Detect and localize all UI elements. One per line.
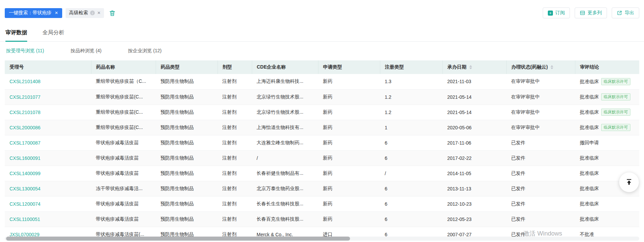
cell-application-type: 新药 bbox=[318, 150, 380, 166]
table-head: 受理号药品名称药品类型剂型CDE企业名称申请类型注册类型承办日期办理状态(药融云… bbox=[5, 60, 639, 74]
main-tabs: 审评数据全局分析 bbox=[0, 29, 644, 42]
cell-drug-type: 预防用生物制品 bbox=[156, 74, 217, 89]
cell-dosage-form: 注射剂 bbox=[217, 211, 252, 227]
column-header-application-type: 申请类型 bbox=[318, 60, 380, 74]
cell-acceptance-no: CXSL1200074 bbox=[5, 196, 91, 211]
quick-search-filter-label: 一键搜索：带状疱疹 bbox=[9, 10, 52, 16]
cell-cde-company: 上海怡道生物科技有... bbox=[252, 120, 318, 135]
acceptance-no-link[interactable]: CXSL1300054 bbox=[10, 186, 40, 191]
cell-dosage-form: 注射剂 bbox=[217, 181, 252, 196]
close-icon[interactable]: ✕ bbox=[97, 11, 101, 15]
acceptance-no-link[interactable]: CXSL2101078 bbox=[10, 110, 40, 115]
acceptance-no-link[interactable]: CXSL1400099 bbox=[10, 171, 40, 176]
subtab-by-variety[interactable]: 按品种浏览 (4) bbox=[71, 48, 102, 54]
conclusion-text: 批准临床 bbox=[580, 216, 599, 222]
caret-down-icon[interactable] bbox=[551, 68, 553, 69]
column-header-status[interactable]: 办理状态(药融云) bbox=[506, 60, 575, 74]
acceptance-no-link[interactable]: CXSL1200074 bbox=[10, 201, 40, 207]
cell-application-type: 新药 bbox=[318, 166, 380, 181]
export-button[interactable]: 导出 bbox=[612, 7, 639, 18]
back-to-top-button[interactable] bbox=[619, 172, 639, 192]
cell-cde-company: 长春百克生物科技股... bbox=[252, 211, 318, 227]
column-label: 剂型 bbox=[223, 64, 232, 70]
cell-application-type: 新药 bbox=[318, 135, 380, 150]
conclusion-text: 批准临床 bbox=[580, 201, 599, 206]
cell-drug-type: 预防用生物制品 bbox=[156, 135, 217, 150]
column-header-undertake-date[interactable]: 承办日期 bbox=[442, 60, 506, 74]
top-toolbar: 一键搜索：带状疱疹 ✕ 高级检索 ✕ 订阅 bbox=[5, 7, 639, 18]
acceptance-no-link[interactable]: CXSL1100051 bbox=[10, 217, 40, 222]
caret-up-icon[interactable] bbox=[551, 65, 553, 67]
cell-status: 已发件 bbox=[506, 150, 575, 166]
advanced-search-filter-tag: 高级检索 ✕ bbox=[66, 8, 104, 18]
quick-search-filter-tag: 一键搜索：带状疱疹 ✕ bbox=[5, 8, 62, 18]
clinical-implied-license-badge: 临床默示许可 bbox=[601, 78, 630, 85]
cell-drug-type: 预防用生物制品 bbox=[156, 89, 217, 105]
tab-global-analysis[interactable]: 全局分析 bbox=[42, 29, 64, 41]
column-label: 药品类型 bbox=[161, 64, 180, 70]
cell-drug-name: 带状疱疹减毒活疫苗 bbox=[91, 196, 156, 211]
drug-review-data-page: 一键搜索：带状疱疹 ✕ 高级检索 ✕ 订阅 bbox=[0, 0, 644, 242]
acceptance-no-link[interactable]: CXSL1700087 bbox=[10, 140, 40, 146]
cell-status: 已发件 bbox=[506, 135, 575, 150]
close-icon[interactable]: ✕ bbox=[55, 11, 58, 15]
sort-icon[interactable] bbox=[469, 65, 472, 69]
cell-conclusion: 批准临床 bbox=[575, 211, 639, 227]
more-columns-button[interactable]: 更多列 bbox=[575, 7, 607, 18]
cell-dosage-form: 注射剂 bbox=[217, 120, 252, 135]
table-row: CXSL2101078重组带状疱疹疫苗(C...预防用生物制品注射剂北京绿竹生物… bbox=[5, 105, 639, 120]
advanced-search-filter-label: 高级检索 bbox=[69, 10, 88, 16]
trash-icon[interactable] bbox=[109, 10, 116, 17]
acceptance-no-link[interactable]: CXSL1600091 bbox=[10, 155, 40, 161]
tab-review-data[interactable]: 审评数据 bbox=[5, 29, 27, 42]
cell-undertake-date: 2012-10-23 bbox=[442, 196, 506, 211]
cell-registration-type: 6 bbox=[380, 150, 442, 166]
active-filter-tags: 一键搜索：带状疱疹 ✕ 高级检索 ✕ bbox=[5, 8, 116, 18]
cell-undertake-date: 2012-05-23 bbox=[442, 211, 506, 227]
cell-application-type: 新药 bbox=[318, 181, 380, 196]
info-icon[interactable] bbox=[90, 11, 95, 15]
subscribe-button[interactable]: 订阅 bbox=[543, 7, 570, 18]
cell-drug-type: 预防用生物制品 bbox=[156, 105, 217, 120]
table-row: CXSL1700087带状疱疹减毒活疫苗预防用生物制品注射剂大连雅立峰生物制药.… bbox=[5, 135, 639, 150]
sort-icon[interactable] bbox=[551, 65, 553, 69]
horizontal-scrollbar-thumb[interactable] bbox=[6, 237, 350, 241]
cell-cde-company: 长春长生生物科技股... bbox=[252, 196, 318, 211]
cell-dosage-form: 注射剂 bbox=[217, 89, 252, 105]
conclusion-text: 批准临床 bbox=[580, 125, 599, 130]
acceptance-no-link[interactable]: CXSL2101408 bbox=[10, 79, 40, 84]
caret-down-icon[interactable] bbox=[469, 68, 472, 69]
cell-registration-type: / bbox=[380, 166, 442, 181]
conclusion-text: 批准临床 bbox=[580, 94, 599, 99]
acceptance-no-link[interactable]: CXSL2000086 bbox=[10, 125, 40, 130]
cell-conclusion: 批准临床 bbox=[575, 150, 639, 166]
caret-up-icon[interactable] bbox=[469, 65, 472, 67]
cell-dosage-form: 注射剂 bbox=[217, 196, 252, 211]
cell-undertake-date: 2014-11-05 bbox=[442, 166, 506, 181]
table-row: CXSL1400099带状疱疹减毒活疫苗预防用生物制品注射剂长春祈健生物制品有.… bbox=[5, 166, 639, 181]
cell-dosage-form: 注射剂 bbox=[217, 166, 252, 181]
cell-conclusion: 批准临床临床默示许可 bbox=[575, 74, 639, 89]
column-label: 承办日期 bbox=[448, 64, 467, 70]
subtab-by-company[interactable]: 按企业浏览 (12) bbox=[128, 48, 162, 54]
column-header-dosage-form: 剂型 bbox=[217, 60, 252, 74]
cell-drug-name: 重组带状疱疹疫苗(C... bbox=[91, 89, 156, 105]
column-label: 注册类型 bbox=[385, 64, 404, 70]
cell-status: 在审评审批中 bbox=[506, 89, 575, 105]
cell-undertake-date: 2013-11-13 bbox=[442, 181, 506, 196]
cell-status: 已发件 bbox=[506, 196, 575, 211]
column-header-acceptance-no: 受理号 bbox=[5, 60, 91, 74]
cell-acceptance-no: CXSL1700087 bbox=[5, 135, 91, 150]
results-table-wrap: 受理号药品名称药品类型剂型CDE企业名称申请类型注册类型承办日期办理状态(药融云… bbox=[5, 60, 639, 242]
subtab-by-acceptance-no[interactable]: 按受理号浏览 (11) bbox=[6, 48, 44, 54]
table-row: CXSL1600091带状疱疹减毒活疫苗预防用生物制品注射剂/新药62017-0… bbox=[5, 150, 639, 166]
cell-status: 在审评审批中 bbox=[506, 120, 575, 135]
cell-registration-type: 6 bbox=[380, 211, 442, 227]
table-row: CXSL2101408重组带状疱疹疫苗（C...预防用生物制品注射剂上海迈科康生… bbox=[5, 74, 639, 89]
column-header-cde-company: CDE企业名称 bbox=[252, 60, 318, 74]
acceptance-no-link[interactable]: CXSL2101077 bbox=[10, 94, 40, 100]
cell-conclusion: 批准临床临床默示许可 bbox=[575, 89, 639, 105]
cell-cde-company: 北京万泰生物药业股... bbox=[252, 181, 318, 196]
cell-undertake-date: 2017-02-22 bbox=[442, 150, 506, 166]
column-label: 药品名称 bbox=[96, 64, 115, 70]
